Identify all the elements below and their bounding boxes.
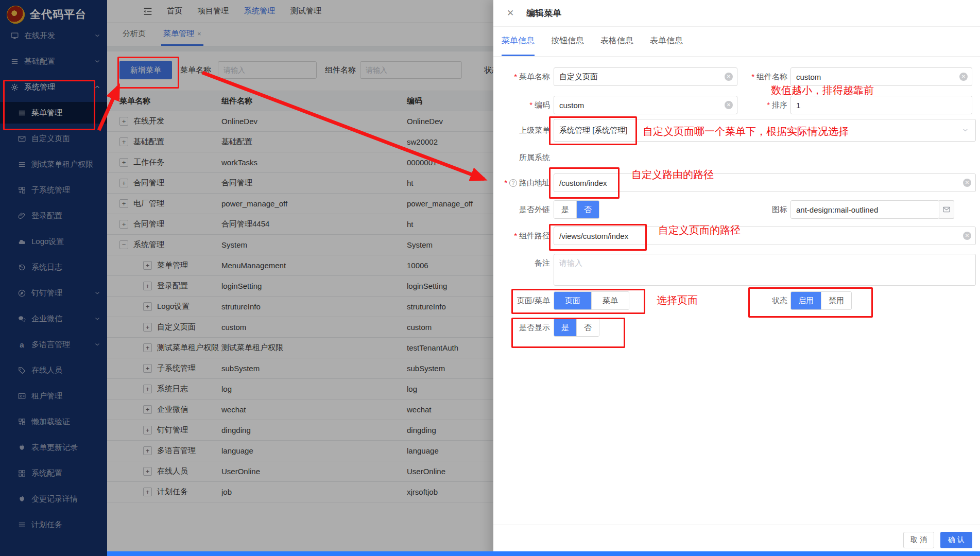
horizontal-scrollbar[interactable] [107, 551, 980, 556]
sort-label: 排序 [699, 96, 787, 114]
form-row-system: 所属系统 [493, 152, 980, 163]
code-label: 编码 [493, 96, 550, 114]
annotation-note-parent: 自定义页面哪一个菜单下，根据实际情况选择 [643, 125, 849, 138]
icon-field-label: 图标 [730, 200, 787, 219]
external-link-label: 是否外链 [493, 200, 550, 219]
annotation-note-route: 自定义路由的路径 [631, 168, 714, 182]
form-row-remark: 备注 [493, 254, 980, 286]
clear-icon[interactable]: ✕ [963, 232, 971, 240]
annotation-box-status [748, 287, 873, 318]
mail-icon-button[interactable] [939, 200, 954, 219]
menu-name-label: 菜单名称 [493, 67, 550, 86]
confirm-button[interactable]: 确 认 [940, 532, 972, 548]
annotation-box-page-menu [511, 289, 645, 314]
help-icon: ? [509, 179, 517, 187]
radio-option-no[interactable]: 否 [576, 201, 599, 218]
form-row-external: 是否外链 是 否 图标 [493, 200, 980, 219]
radio-option-yes[interactable]: 是 [554, 201, 576, 218]
clear-icon[interactable]: ✕ [959, 73, 968, 81]
belong-system-label: 所属系统 [493, 152, 550, 163]
close-icon[interactable]: ✕ [507, 8, 514, 19]
component-path-label: 组件路径 [493, 227, 550, 245]
icon-input[interactable] [790, 200, 939, 219]
annotation-box-sidebar [3, 80, 95, 130]
cancel-button[interactable]: 取 消 [903, 532, 934, 548]
annotation-box-visible [511, 318, 625, 348]
form-row-code: 编码 ✕ 排序 [493, 96, 980, 114]
chevron-down-icon [961, 126, 969, 134]
sort-input[interactable] [790, 96, 972, 114]
drawer-tab-menu-info[interactable]: 菜单信息 [502, 27, 535, 56]
drawer-tab-button-info[interactable]: 按钮信息 [551, 27, 584, 56]
drawer-tab-form-info[interactable]: 表单信息 [650, 27, 683, 56]
annotation-box-component-path [549, 224, 647, 251]
annotation-box-parent-menu [549, 116, 637, 145]
edit-menu-drawer: ✕ 编辑菜单 菜单信息 按钮信息 表格信息 表单信息 菜单名称 ✕ 组件名称 ✕ [493, 0, 980, 556]
remark-label: 备注 [493, 254, 550, 272]
annotation-note-sort: 数值越小，排得越靠前 [771, 83, 874, 97]
drawer-footer-divider [493, 525, 980, 525]
route-label: ?路由地址 [479, 173, 550, 192]
drawer-title: 编辑菜单 [526, 7, 561, 19]
drawer-tabs: 菜单信息 按钮信息 表格信息 表单信息 [493, 27, 980, 57]
annotation-note-path: 自定义页面的路径 [658, 223, 741, 237]
parent-menu-label: 上级菜单 [493, 119, 550, 137]
annotation-note-page: 选择页面 [657, 293, 698, 307]
external-link-radio: 是 否 [554, 200, 599, 219]
form-row-name: 菜单名称 ✕ 组件名称 ✕ [493, 67, 980, 86]
drawer-tab-table-info[interactable]: 表格信息 [600, 27, 633, 56]
remark-textarea[interactable] [554, 254, 976, 286]
annotation-box-add-button [117, 57, 179, 89]
drawer-header: ✕ 编辑菜单 [493, 0, 980, 27]
clear-icon[interactable]: ✕ [963, 179, 971, 187]
app-root: 全代码平台 在线开发基础配置系统管理菜单管理自定义页面测试菜单租户权限子系统管理… [0, 0, 980, 556]
annotation-box-route [549, 167, 620, 199]
